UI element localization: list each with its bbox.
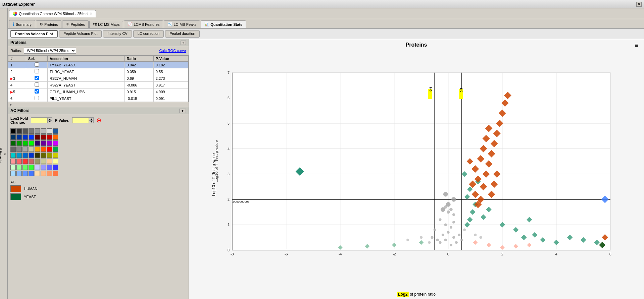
table-row[interactable]: 2THRC_YEAST0.0590.55 bbox=[8, 68, 188, 75]
nav-tab-lcms-maps[interactable]: 🗺 LC-MS Maps bbox=[89, 21, 123, 28]
sub-tab-lc-correction[interactable]: LC correction bbox=[133, 30, 164, 38]
color-cell[interactable] bbox=[47, 165, 52, 170]
color-cell[interactable] bbox=[41, 153, 46, 158]
cell-sel[interactable] bbox=[26, 95, 48, 102]
color-cell[interactable] bbox=[29, 165, 34, 170]
color-cell[interactable] bbox=[22, 140, 28, 146]
row-checkbox[interactable] bbox=[35, 89, 39, 94]
color-cell[interactable] bbox=[35, 171, 40, 176]
color-cell[interactable] bbox=[16, 165, 22, 170]
color-cell[interactable] bbox=[22, 134, 28, 140]
nav-tab-lcms-features[interactable]: 📈 LCMS Features bbox=[124, 20, 163, 28]
log2-input[interactable]: 0.5 bbox=[31, 117, 48, 123]
color-cell[interactable] bbox=[41, 165, 46, 170]
sidebar-arrow[interactable]: » bbox=[2, 152, 7, 157]
nav-tab-proteins[interactable]: ⚙ Proteins bbox=[36, 20, 61, 28]
sidebar-projects-label[interactable]: V Projects bbox=[0, 148, 2, 163]
table-row[interactable]: 1TY1AB_YEASX0.0420.182 bbox=[8, 62, 188, 68]
color-cell[interactable] bbox=[29, 171, 34, 176]
tab-close-icon[interactable]: ✕ bbox=[90, 12, 92, 15]
color-cell[interactable] bbox=[35, 146, 40, 152]
color-cell[interactable] bbox=[47, 159, 52, 164]
color-cell[interactable] bbox=[35, 128, 40, 134]
human-color-box[interactable] bbox=[10, 185, 21, 192]
color-cell[interactable] bbox=[47, 128, 52, 134]
color-cell[interactable] bbox=[10, 159, 16, 164]
color-cell[interactable] bbox=[53, 153, 58, 158]
row-checkbox[interactable] bbox=[35, 96, 39, 100]
color-cell[interactable] bbox=[47, 134, 52, 140]
color-cell[interactable] bbox=[35, 140, 40, 146]
sub-tab-peptide-volcano[interactable]: Peptide Volcano Plot bbox=[59, 30, 102, 38]
color-cell[interactable] bbox=[53, 165, 58, 170]
table-row[interactable]: 6PIL1_YEAST-0.0150.091 bbox=[8, 95, 188, 102]
remove-filter-button[interactable]: ⊖ bbox=[96, 117, 101, 124]
pvalue-input[interactable]: 0.01 bbox=[72, 117, 89, 123]
nav-tab-peptides[interactable]: ⚛ Peptides bbox=[62, 20, 89, 28]
color-cell[interactable] bbox=[53, 171, 58, 176]
color-cell[interactable] bbox=[16, 159, 22, 164]
color-cell[interactable] bbox=[22, 146, 28, 152]
color-cell[interactable] bbox=[29, 153, 34, 158]
color-cell[interactable] bbox=[16, 134, 22, 140]
table-row[interactable]: ▶5GELS_HUMAN_UPS0.9154.909 bbox=[8, 88, 188, 95]
color-cell[interactable] bbox=[41, 134, 46, 140]
row-checkbox[interactable] bbox=[35, 69, 39, 73]
pvalue-up-button[interactable]: ▲ bbox=[89, 117, 94, 120]
color-cell[interactable] bbox=[35, 159, 40, 164]
color-cell[interactable] bbox=[41, 146, 46, 152]
color-cell[interactable] bbox=[22, 171, 28, 176]
color-cell[interactable] bbox=[35, 153, 40, 158]
color-cell[interactable] bbox=[22, 159, 28, 164]
color-cell[interactable] bbox=[16, 128, 22, 134]
nav-tab-summary[interactable]: ℹ Summary bbox=[9, 20, 35, 28]
nav-tab-quantitation-stats[interactable]: 📊 Quantitation Stats bbox=[201, 20, 246, 28]
color-cell[interactable] bbox=[10, 128, 16, 134]
close-button[interactable]: ✕ bbox=[636, 2, 642, 7]
color-cell[interactable] bbox=[29, 140, 34, 146]
expand-arrow-icon[interactable]: ▼ bbox=[9, 103, 12, 107]
color-cell[interactable] bbox=[47, 146, 52, 152]
ac-filters-collapse-button[interactable]: ▼ bbox=[179, 109, 186, 113]
proteins-collapse-button[interactable]: « bbox=[181, 41, 186, 45]
hamburger-menu-icon[interactable]: ≡ bbox=[635, 42, 638, 49]
color-cell[interactable] bbox=[41, 140, 46, 146]
color-cell[interactable] bbox=[47, 140, 52, 146]
yeast-color-box[interactable] bbox=[10, 193, 21, 200]
color-cell[interactable] bbox=[16, 153, 22, 158]
color-cell[interactable] bbox=[16, 146, 22, 152]
color-cell[interactable] bbox=[35, 134, 40, 140]
cell-sel[interactable] bbox=[26, 88, 48, 95]
color-cell[interactable] bbox=[53, 128, 58, 134]
table-row[interactable]: ▶3RS27A_HUMAN0.692.273 bbox=[8, 75, 188, 82]
color-cell[interactable] bbox=[22, 128, 28, 134]
color-cell[interactable] bbox=[41, 159, 46, 164]
color-cell[interactable] bbox=[53, 134, 58, 140]
sub-tab-intensity-cv[interactable]: Intensity CV bbox=[103, 30, 132, 38]
color-cell[interactable] bbox=[10, 140, 16, 146]
color-cell[interactable] bbox=[16, 140, 22, 146]
log2-down-button[interactable]: ▼ bbox=[48, 120, 52, 123]
table-row[interactable]: 4RS27A_YEAST-0.0860.917 bbox=[8, 82, 188, 88]
sub-tab-proteins-volcano[interactable]: Proteins Volcano Plot bbox=[10, 30, 58, 38]
cell-sel[interactable] bbox=[26, 82, 48, 88]
ratios-select[interactable]: WP4 50fmol / WP4 25fmc bbox=[24, 48, 76, 54]
color-cell[interactable] bbox=[47, 153, 52, 158]
color-cell[interactable] bbox=[10, 134, 16, 140]
color-cell[interactable] bbox=[47, 171, 52, 176]
color-cell[interactable] bbox=[29, 134, 34, 140]
row-checkbox[interactable] bbox=[35, 82, 39, 87]
cell-sel[interactable] bbox=[26, 68, 48, 75]
pvalue-down-button[interactable]: ▼ bbox=[89, 120, 94, 123]
color-cell[interactable] bbox=[29, 159, 34, 164]
color-cell[interactable] bbox=[10, 165, 16, 170]
color-cell[interactable] bbox=[29, 128, 34, 134]
cell-sel[interactable] bbox=[26, 75, 48, 82]
color-cell[interactable] bbox=[29, 146, 34, 152]
color-cell[interactable] bbox=[41, 128, 46, 134]
nav-tab-lcms-peaks[interactable]: 📉 LC-MS Peaks bbox=[164, 20, 200, 28]
color-cell[interactable] bbox=[53, 146, 58, 152]
color-cell[interactable] bbox=[10, 171, 16, 176]
row-checkbox[interactable] bbox=[35, 62, 39, 67]
row-checkbox[interactable] bbox=[35, 76, 39, 80]
